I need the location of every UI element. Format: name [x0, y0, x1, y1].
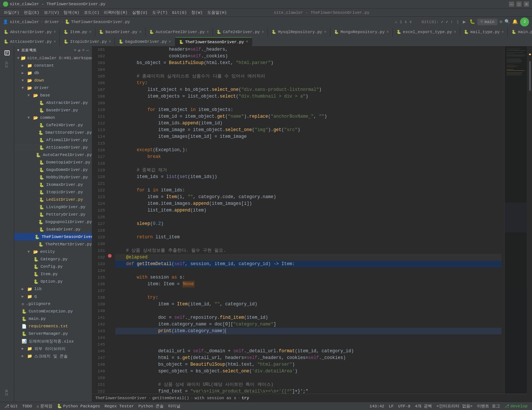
notification-btn[interactable]: 🔔: [512, 19, 518, 25]
tree-atticase[interactable]: 🐍 AtticaseDriver.py: [14, 144, 92, 151]
tree-afismall[interactable]: 🐍 AfismallDriver.py: [14, 136, 92, 144]
tree-dometopia[interactable]: 🐍 DometopiaDriver.py: [14, 159, 92, 166]
tab-mysql[interactable]: 🐍 MysqlRepository.py ×: [268, 28, 330, 36]
tree-pettory[interactable]: 🐍 PettoryDriver.py: [14, 211, 92, 218]
menu-tools[interactable]: 도구(T): [150, 9, 170, 16]
tab-close-btn[interactable]: ×: [324, 30, 326, 34]
code-container[interactable]: 101 102 103 104 105 106 107 108 109 110 …: [92, 46, 527, 394]
scrollbar-thumb[interactable]: [529, 61, 531, 91]
tree-living9[interactable]: 🐍 Living9Driver.py: [14, 203, 92, 211]
tree-server[interactable]: 🐍 ServerManager.py: [14, 330, 92, 337]
close-button[interactable]: ✕: [524, 1, 529, 7]
tab-close-btn[interactable]: ×: [169, 40, 171, 44]
tab-main[interactable]: 🐍 main.py ×: [508, 28, 532, 36]
status-todo-btn[interactable]: TODO: [20, 404, 34, 409]
panel-tool-btn3[interactable]: ≡: [82, 48, 85, 53]
tab-close-btn[interactable]: ×: [89, 30, 91, 34]
status-git-btn[interactable]: ⎇ Git: [2, 404, 20, 409]
tab-close-btn[interactable]: ×: [206, 30, 209, 34]
tree-main[interactable]: 🐍 main.py: [14, 315, 92, 322]
tree-smartstore[interactable]: 🐍 SmartStoreDriver.py: [14, 129, 92, 136]
settings-btn[interactable]: ⚙: [500, 19, 502, 25]
panel-tool-btn4[interactable]: —: [86, 48, 89, 53]
git-check2[interactable]: ✓: [446, 19, 448, 24]
minimize-button[interactable]: ─: [509, 1, 514, 7]
tree-ikomax[interactable]: 🐍 IkomaxDriver.py: [14, 181, 92, 188]
tab-flower-active[interactable]: 🐍 TheFlowerSeasonDriver.py ×: [175, 37, 252, 46]
commit-icon-btn[interactable]: 커밋: [1, 62, 13, 72]
tab-close-btn[interactable]: ×: [262, 30, 264, 34]
tree-requirements[interactable]: 📄 requirements.txt: [14, 322, 92, 330]
status-regex-btn[interactable]: Regex Tester: [102, 404, 136, 409]
menu-refactor[interactable]: 리팩터링(R): [102, 9, 130, 16]
tab-item[interactable]: 🐍 Item.py ×: [60, 28, 95, 36]
tree-root[interactable]: ▼ 📁 site_clawler D:#01.Workspace#p: [14, 54, 92, 62]
tree-base[interactable]: ▼ 📂 base: [14, 92, 92, 99]
tree-autocar[interactable]: 🐍 AutoCarFeelDriver.py: [14, 151, 92, 159]
window-controls[interactable]: ─ □ ✕: [509, 1, 529, 7]
status-indent[interactable]: 4개 공백: [413, 403, 434, 409]
tree-scratch[interactable]: ▶ 📁 스크래치 및 콘솔: [14, 352, 92, 360]
explorer-icon-btn[interactable]: [1, 48, 13, 58]
tree-ledist[interactable]: 🐍 LedistDriver.py: [14, 196, 92, 203]
status-utf8[interactable]: UTF-8: [396, 404, 413, 409]
tree-gitignore[interactable]: ⚙ .gitignore: [14, 300, 92, 308]
git-arrow[interactable]: ↑: [451, 20, 453, 24]
menu-view[interactable]: 보기(V): [42, 9, 62, 16]
tree-ssaka[interactable]: 🐍 SsakaDriver.py: [14, 226, 92, 233]
bc-class[interactable]: TheFlowerSeasonDriver: [95, 396, 147, 400]
tree-base-driver[interactable]: ▶ 🐍 BaseDriver.py: [14, 107, 92, 114]
status-event-log[interactable]: 이벤트 로그: [475, 403, 502, 409]
tree-petmart[interactable]: 🐍 ThePetMartDriver.py: [14, 241, 92, 248]
avatar[interactable]: J: [520, 18, 529, 26]
status-problems-btn[interactable]: ⚠ 문제점: [34, 403, 55, 409]
debug-btn[interactable]: 🐛: [469, 19, 475, 25]
search-nav-btn[interactable]: 🔍: [504, 19, 510, 25]
git-branch-icon-btn[interactable]: 리뷰: [1, 390, 13, 400]
tab-excel[interactable]: 🐍 excel_export_type.py ×: [393, 28, 460, 36]
tree-cafe24[interactable]: 🐍 Cafe24Driver.py: [14, 121, 92, 129]
tree-category[interactable]: 🐍 Category.py: [14, 255, 92, 263]
bc-try[interactable]: try: [242, 396, 249, 400]
git-check1[interactable]: ✓: [441, 19, 443, 24]
tree-custom-exc[interactable]: 🐍 CustomException.py: [14, 308, 92, 315]
tree-abstract[interactable]: ▶ 🐍 AbstractDriver.py: [14, 99, 92, 107]
panel-tool-btn[interactable]: +: [74, 48, 77, 53]
tab-atticase[interactable]: 🐍 AtticaseDriver.py ×: [0, 37, 60, 46]
bc-method[interactable]: getItemDetail(): [152, 396, 189, 400]
tree-common[interactable]: ▼ 📂 common: [14, 114, 92, 121]
tree-option[interactable]: 🐍 Option.py: [14, 278, 92, 285]
tab-close-btn[interactable]: ×: [109, 40, 111, 44]
menu-navigate[interactable]: 탐색(N): [61, 9, 81, 16]
status-encoding[interactable]: LF: [387, 404, 396, 409]
tab-cafe24[interactable]: 🐍 Cafe24Driver.py ×: [213, 28, 268, 36]
tree-q[interactable]: ▶ 📁 q: [14, 293, 92, 300]
collapse-icon[interactable]: ▼: [17, 48, 20, 53]
tree-xlsx[interactable]: 📊 도매허브매징적종.xlsx: [14, 337, 92, 345]
status-position[interactable]: 143:42: [367, 404, 387, 409]
status-python-console-btn[interactable]: Python 콘솔: [136, 403, 166, 409]
bc-with[interactable]: with session as s: [195, 396, 236, 400]
tab-base-driver[interactable]: 🐍 BaseDriver.py ×: [95, 28, 145, 36]
tree-item-entity[interactable]: 🐍 Item.py: [14, 270, 92, 278]
menu-edit[interactable]: 편집(E): [22, 9, 42, 16]
scrollbar-area[interactable]: [527, 46, 532, 402]
tab-close-btn[interactable]: ×: [139, 30, 141, 34]
tab-abstract-driver[interactable]: 🐍 AbstractDriver.py ×: [0, 28, 60, 36]
nav-crumb-folder[interactable]: driver: [45, 20, 60, 24]
tab-itopic[interactable]: 🐍 ItopicDriver.py ×: [60, 37, 115, 46]
tab-close-btn[interactable]: ×: [387, 30, 389, 34]
tree-lib[interactable]: ▶ 📁 lib: [14, 285, 92, 293]
status-interpreter[interactable]: <인터프리터 없음>: [434, 403, 475, 409]
tab-close-btn[interactable]: ×: [54, 30, 56, 34]
maximize-button[interactable]: □: [516, 1, 522, 7]
branch-selector[interactable]: ⑂ main: [477, 19, 497, 25]
tree-driver[interactable]: ▼ 📂 driver: [14, 84, 92, 92]
nav-crumb-project[interactable]: site_clawler: [10, 20, 39, 24]
tree-soggup[interactable]: 🐍 SoggupnoliDriver.py: [14, 218, 92, 226]
tab-close-btn[interactable]: ×: [54, 40, 56, 44]
menu-run[interactable]: 실행(U): [130, 9, 150, 16]
tree-entity[interactable]: ▼ 📂 entity: [14, 248, 92, 255]
run-btn[interactable]: ▶: [463, 19, 466, 25]
panel-tool-btn2[interactable]: ⇄: [78, 48, 81, 53]
